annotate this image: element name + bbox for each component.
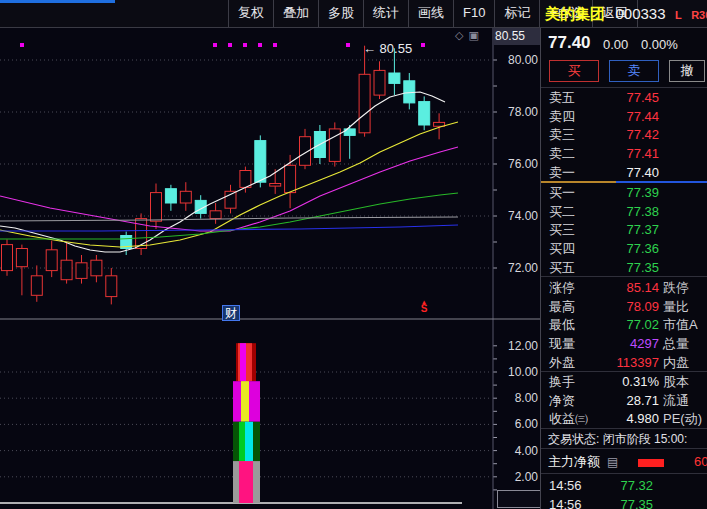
bid-row[interactable]: 买一77.39	[541, 183, 707, 202]
stat-label-2: 市值A	[663, 315, 698, 334]
stat-label-2: 量比	[663, 297, 689, 316]
flow-bar	[638, 459, 664, 467]
stat-value: 85.14	[541, 278, 659, 297]
y-axis-label: 10.00	[494, 365, 538, 379]
buy-button[interactable]: 买	[549, 60, 599, 82]
level-price: 77.38	[541, 202, 659, 221]
quote-panel: 77.40 0.00 0.00% 买 卖 撤 卖五77.45卖四77.44卖三7…	[540, 28, 707, 509]
panel-divider	[541, 428, 707, 429]
stat-value: 4297	[541, 334, 659, 353]
bid-row[interactable]: 买五77.35	[541, 258, 707, 277]
top-menu-bar: 复权叠加多股统计画线F10标记+自选返回 美的集团 000333 L R300	[0, 0, 707, 28]
stat-value: 28.71	[541, 391, 659, 410]
kline-chart-canvas[interactable]	[0, 28, 540, 509]
stat-row: 最低77.02市值A	[541, 315, 707, 334]
flow-value: 60	[694, 452, 707, 472]
ask-row[interactable]: 卖五77.45	[541, 88, 707, 107]
stat-row: 现量4297总量	[541, 334, 707, 353]
price-change-pct: 0.00%	[641, 37, 678, 52]
stock-title: 美的集团 000333 L R300	[545, 0, 707, 27]
panel-divider	[541, 473, 707, 474]
main-flow-label: 主力净额	[548, 452, 600, 472]
stock-code: 000333	[615, 5, 665, 22]
last-price: 77.40	[548, 33, 591, 53]
stat-label-2: PE(动)	[663, 409, 702, 428]
margin-flag-l: L	[675, 9, 682, 21]
level-price: 77.35	[541, 258, 659, 277]
menu-item-5[interactable]: F10	[453, 0, 494, 27]
y-axis-label: 8.00	[494, 391, 538, 405]
panel-divider	[541, 448, 707, 449]
stat-value: 4.980	[541, 409, 659, 428]
y-axis-label: 78.00	[494, 105, 538, 119]
main-capital-flow-row: 主力净额 ▤ 60	[541, 452, 707, 472]
tick-row: 14:5677.32	[541, 476, 707, 495]
chart-toolbox-icons[interactable]: ◇▣	[455, 29, 484, 42]
sub-axis-value-box	[497, 490, 543, 508]
level-price: 77.39	[541, 183, 659, 202]
bid-row[interactable]: 买三77.37	[541, 220, 707, 239]
stat-value: 77.02	[541, 315, 659, 334]
stat-label-2: 跌停	[663, 278, 689, 297]
stat-label-2: 股本	[663, 372, 689, 391]
y-axis-label: 12.00	[494, 339, 538, 353]
window-icon[interactable]: ▣	[468, 29, 483, 41]
diamond-icon[interactable]: ◇	[455, 29, 468, 41]
level-price: 77.44	[541, 107, 659, 126]
y-axis-label: 2.00	[494, 470, 538, 484]
sell-button[interactable]: 卖	[609, 60, 659, 82]
tick-row: 14:5677.35	[541, 495, 707, 509]
tick-price: 77.35	[541, 495, 653, 509]
panel-divider	[541, 371, 707, 372]
bid-row[interactable]: 买四77.36	[541, 239, 707, 258]
ask-row[interactable]: 卖三77.42	[541, 125, 707, 144]
stat-value: 0.31%	[541, 372, 659, 391]
app-window: 复权叠加多股统计画线F10标记+自选返回 美的集团 000333 L R300 …	[0, 0, 707, 509]
level-price: 77.37	[541, 220, 659, 239]
book-divider-left	[541, 181, 616, 183]
y-axis-label: 76.00	[494, 157, 538, 171]
stat-label-2: 流通	[663, 391, 689, 410]
stat-row: 收益㈢4.980PE(动)	[541, 409, 707, 428]
stat-row: 换手0.31%股本	[541, 372, 707, 391]
sell-signal-marker: ▴S	[418, 299, 430, 313]
stat-value: 78.09	[541, 297, 659, 316]
index-flag-r300: R300	[691, 9, 707, 21]
ask-row[interactable]: 卖二77.41	[541, 144, 707, 163]
stat-label-2: 内盘	[663, 353, 689, 372]
stat-row: 外盘113397内盘	[541, 353, 707, 372]
menu-item-0[interactable]: 复权	[228, 0, 273, 27]
menu-item-1[interactable]: 叠加	[273, 0, 318, 27]
level-price: 77.45	[541, 88, 659, 107]
panel-divider	[541, 276, 707, 277]
stat-row: 净资28.71流通	[541, 391, 707, 410]
high-price-annotation: ← 80.55	[363, 41, 412, 56]
stat-row: 最高78.09量比	[541, 297, 707, 316]
stock-name: 美的集团	[545, 5, 605, 22]
stat-value: 113397	[541, 353, 659, 372]
cancel-order-button[interactable]: 撤	[669, 60, 705, 82]
trading-status: 交易状态: 闭市阶段 15:00:	[541, 430, 707, 448]
level-price: 77.41	[541, 144, 659, 163]
ask-row[interactable]: 卖四77.44	[541, 107, 707, 126]
menu-item-2[interactable]: 多股	[318, 0, 363, 27]
indicator-tab-cai[interactable]: 财	[222, 305, 240, 321]
bid-row[interactable]: 买二77.38	[541, 202, 707, 221]
stat-label-2: 总量	[663, 334, 689, 353]
menu-item-3[interactable]: 统计	[363, 0, 408, 27]
axis-high-price-box: 80.55	[493, 28, 540, 45]
list-icon[interactable]: ▤	[607, 452, 618, 472]
level-price: 77.36	[541, 239, 659, 258]
menu-item-4[interactable]: 画线	[408, 0, 453, 27]
price-change: 0.00	[603, 37, 628, 52]
y-axis-label: 74.00	[494, 209, 538, 223]
menu-item-6[interactable]: 标记	[494, 0, 539, 27]
y-axis-label: 6.00	[494, 417, 538, 431]
kline-chart-area[interactable]: 80.0078.0076.0074.0072.0012.0010.008.006…	[0, 28, 540, 509]
tick-price: 77.32	[541, 476, 653, 495]
window-accent-strip	[0, 0, 115, 3]
ask-row[interactable]: 卖一77.40	[541, 163, 707, 182]
y-axis-label: 80.00	[494, 53, 538, 67]
s-letter: S	[421, 303, 428, 314]
y-axis-label: 4.00	[494, 444, 538, 458]
